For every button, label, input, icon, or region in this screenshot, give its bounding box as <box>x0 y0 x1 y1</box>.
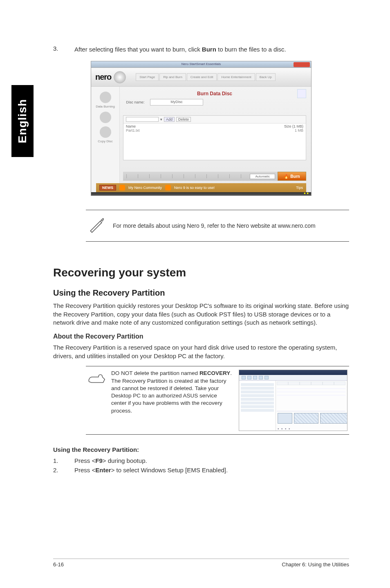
steps-list: 1. Press <F9> during bootup. 2. Press <E… <box>53 457 349 474</box>
dropdown-icon[interactable]: ▾ <box>160 117 162 121</box>
news-bar: NEWS My Nero Community Nero 9 is so easy… <box>96 183 306 192</box>
step-1: 1. Press <F9> during bootup. <box>53 457 349 464</box>
news-item-2[interactable]: Nero 9 is so easy to use! <box>174 186 215 190</box>
note-do-not-delete: DO NOT delete the partition named RECOVE… <box>86 366 349 435</box>
dm-disk-label <box>278 413 292 424</box>
language-tab-label: English <box>16 99 29 143</box>
data-burning-icon[interactable] <box>100 92 111 103</box>
step-3-bold: Burn <box>202 46 216 53</box>
news-tips[interactable]: Tips <box>296 186 303 190</box>
heading-recovering: Recovering your system <box>53 266 349 279</box>
step-3-text: After selecting files that you want to b… <box>74 45 349 54</box>
capacity-bar: Automatic Burn <box>123 172 306 181</box>
capacity-ticks <box>126 174 247 178</box>
note-recovery-text: DO NOT delete the partition named RECOVE… <box>111 370 234 414</box>
dm-columns <box>277 382 345 385</box>
language-tab: English <box>11 85 34 157</box>
row-size: 1 MB <box>295 128 303 132</box>
step-2-b: Enter <box>95 467 111 474</box>
step-1-a: Press < <box>74 457 95 464</box>
status-bar: ● ● <box>91 192 311 195</box>
orb-icon[interactable] <box>114 71 126 83</box>
tab-backup[interactable]: Back Up <box>256 73 276 81</box>
col-name: Name <box>126 124 136 128</box>
delete-button[interactable]: Delete <box>176 117 191 122</box>
path-input[interactable] <box>126 117 159 122</box>
app-header: nero Start Page Rip and Burn Create and … <box>91 68 311 87</box>
rss-icon[interactable] <box>119 185 125 191</box>
nero-screenshot: Nero StartSmart Essentials nero Start Pa… <box>91 61 312 196</box>
step-1-num: 1. <box>53 457 61 464</box>
sidebar-item-copy-disc[interactable]: Copy Disc <box>91 139 119 143</box>
dm-rows <box>277 386 345 395</box>
step-3: 3. After selecting files that you want t… <box>53 45 349 54</box>
burn-button[interactable]: Burn <box>278 172 306 181</box>
dm-tool-icon[interactable] <box>247 376 251 379</box>
footer-page-number: 6-16 <box>53 561 64 568</box>
col-size: Size (1 MB) <box>284 124 303 128</box>
file-list: ▾ Add Delete Name Size (1 MB) Part1.txt … <box>123 115 306 160</box>
step-3-number: 3. <box>53 45 61 54</box>
capacity-select[interactable]: Automatic <box>250 174 275 179</box>
step-3-text-b: to burn the files to a disc. <box>216 46 286 53</box>
step-3-text-a: After selecting files that you want to b… <box>74 46 202 53</box>
hand-icon <box>87 370 106 386</box>
left-sidebar: Data Burning Copy Disc <box>91 87 120 195</box>
para-about-partition: The Recovery Partition is a reserved spa… <box>53 343 349 360</box>
note-text: For more details about using Nero 9, ref… <box>113 222 316 229</box>
para-recovery-intro: The Recovery Partition quickly restores … <box>53 302 349 327</box>
note-nero-website: For more details about using Nero 9, ref… <box>86 210 349 242</box>
news-item-1[interactable]: My Nero Community <box>128 186 162 190</box>
dm-titlebar <box>239 370 347 375</box>
step-1-c: > during bootup. <box>103 457 147 464</box>
dm-tool-icon[interactable] <box>259 376 263 379</box>
burn-section-title: Burn Data Disc <box>123 91 306 97</box>
close-icon[interactable] <box>294 62 310 67</box>
disc-name-label: Disc name: <box>123 100 148 104</box>
footer-chapter: Chapter 6: Using the Utilities <box>282 561 349 568</box>
top-tabs: Start Page Rip and Burn Create and Edit … <box>136 73 276 81</box>
window-titlebar: Nero StartSmart Essentials <box>91 61 311 68</box>
heading-about-partition: About the Recovery Partition <box>53 333 349 340</box>
step-2-num: 2. <box>53 467 61 474</box>
dm-tool-icon[interactable] <box>264 376 269 379</box>
step-2: 2. Press <Enter> to select Windows Setup… <box>53 467 349 474</box>
disk-management-screenshot: ■■■■ <box>239 370 347 431</box>
dm-tree[interactable] <box>239 381 276 431</box>
window-title: Nero StartSmart Essentials <box>182 62 221 66</box>
pen-icon <box>87 216 105 236</box>
step-1-b: F9 <box>95 457 103 464</box>
step-1-text: Press <F9> during bootup. <box>74 457 147 464</box>
dm-partition[interactable] <box>294 413 318 424</box>
tab-start[interactable]: Start Page <box>136 73 159 81</box>
dm-toolbar <box>239 375 347 381</box>
dm-tool-icon[interactable] <box>253 376 257 379</box>
heading-using-steps: Using the Recovery Partition: <box>53 446 349 453</box>
file-list-header: ▾ Add Delete <box>123 116 306 123</box>
dm-legend: ■■■■ <box>277 427 345 431</box>
add-button[interactable]: Add <box>164 117 175 122</box>
sidebar-item-data-burning[interactable]: Data Burning <box>91 105 119 108</box>
nero-logo: nero <box>95 72 111 82</box>
note-text-b: . The Recovery Partition is created at t… <box>111 370 232 413</box>
audio-icon[interactable] <box>100 112 111 123</box>
dm-tool-icon[interactable] <box>242 376 246 379</box>
copy-disc-icon[interactable] <box>100 126 111 138</box>
step-2-a: Press < <box>74 467 95 474</box>
step-2-text: Press <Enter> to select Windows Setup [E… <box>74 467 228 474</box>
rss-icon-2[interactable] <box>165 185 171 191</box>
dm-diagram <box>277 411 345 428</box>
note-text-bold: RECOVERY <box>199 370 230 376</box>
heading-using-partition: Using the Recovery Partition <box>53 288 349 298</box>
news-label: NEWS <box>99 185 116 191</box>
page-footer: 6-16 Chapter 6: Using the Utilities <box>53 559 349 568</box>
step-2-c: > to select Windows Setup [EMS Enabled]. <box>111 467 228 474</box>
tab-rip[interactable]: Rip and Burn <box>159 73 186 81</box>
disc-name-input[interactable]: MyDisc <box>150 99 203 105</box>
status-icons: ● ● <box>304 191 309 195</box>
row-name[interactable]: Part1.txt <box>126 128 140 132</box>
tab-create[interactable]: Create and Edit <box>187 73 217 81</box>
tab-home[interactable]: Home Entertainment <box>217 73 255 81</box>
dm-partition[interactable] <box>320 413 347 424</box>
note-text-a: DO NOT delete the partition named <box>111 370 199 376</box>
